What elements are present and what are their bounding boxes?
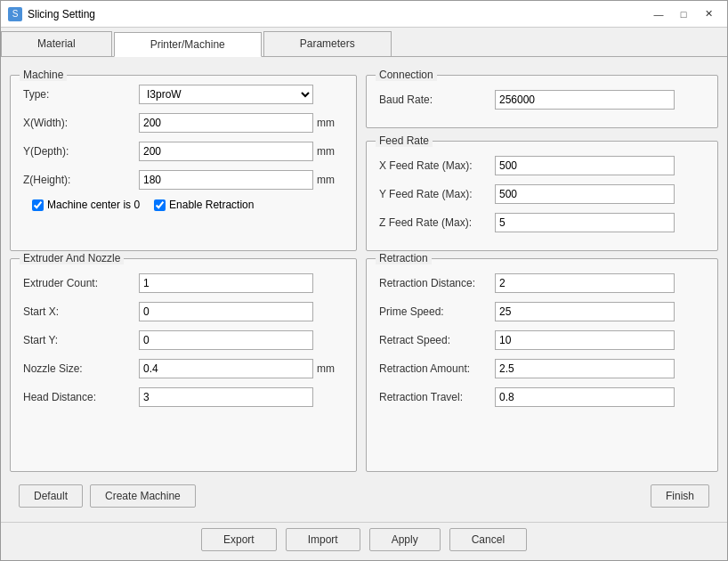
head-distance-input[interactable] — [139, 387, 313, 407]
xfeedrate-input[interactable] — [495, 156, 675, 175]
prime-speed-row: Prime Speed: — [379, 302, 705, 321]
yfeedrate-input[interactable] — [495, 184, 675, 204]
top-panels: Machine Type: I3proW X(Width): mm — [10, 75, 718, 251]
zheight-row: Z(Height): mm — [23, 170, 344, 190]
zfeedrate-label: Z Feed Rate (Max): — [379, 216, 495, 229]
yfeedrate-row: Y Feed Rate (Max): — [379, 184, 705, 204]
type-select[interactable]: I3proW — [139, 85, 313, 104]
connection-panel: Connection Baud Rate: — [366, 75, 718, 128]
xfeedrate-row: X Feed Rate (Max): — [379, 156, 705, 175]
start-y-input[interactable] — [139, 330, 313, 350]
maximize-button[interactable]: □ — [672, 5, 695, 23]
extruder-panel-title: Extruder And Nozzle — [20, 252, 124, 264]
right-top-section: Connection Baud Rate: Feed Rate X Feed R… — [366, 75, 718, 251]
ydepth-unit: mm — [317, 145, 344, 158]
tab-material[interactable]: Material — [1, 31, 112, 56]
ydepth-input[interactable] — [139, 142, 313, 161]
nozzle-size-unit: mm — [317, 362, 344, 375]
minimize-button[interactable]: — — [647, 5, 670, 23]
xfeedrate-label: X Feed Rate (Max): — [379, 159, 495, 172]
nozzle-size-input[interactable] — [139, 359, 313, 378]
nozzle-size-label: Nozzle Size: — [23, 362, 139, 375]
close-button[interactable]: ✕ — [697, 5, 720, 23]
xwidth-unit: mm — [317, 117, 344, 129]
xwidth-label: X(Width): — [23, 117, 139, 129]
prime-speed-input[interactable] — [495, 302, 675, 321]
zfeedrate-row: Z Feed Rate (Max): — [379, 213, 705, 232]
enable-retraction-label: Enable Retraction — [169, 199, 254, 211]
baud-rate-row: Baud Rate: — [379, 90, 705, 110]
type-row: Type: I3proW — [23, 85, 344, 104]
import-button[interactable]: Import — [286, 528, 360, 551]
xwidth-input[interactable] — [139, 113, 313, 133]
tab-bar: Material Printer/Machine Parameters — [1, 28, 727, 57]
title-bar: S Slicing Setting — □ ✕ — [1, 1, 727, 28]
baud-rate-input[interactable] — [495, 90, 675, 110]
action-buttons: Default Create Machine Finish — [10, 479, 718, 513]
start-y-row: Start Y: — [23, 330, 344, 350]
zheight-input[interactable] — [139, 170, 313, 190]
ydepth-row: Y(Depth): mm — [23, 142, 344, 161]
ydepth-label: Y(Depth): — [23, 145, 139, 158]
main-window: S Slicing Setting — □ ✕ Material Printer… — [0, 0, 728, 561]
xwidth-row: X(Width): mm — [23, 113, 344, 133]
tab-printer[interactable]: Printer/Machine — [114, 32, 262, 57]
machine-panel-title: Machine — [20, 69, 67, 81]
tab-parameters[interactable]: Parameters — [263, 31, 392, 56]
retraction-amount-row: Retraction Amount: — [379, 359, 705, 378]
window-title: Slicing Setting — [28, 8, 647, 20]
prime-speed-label: Prime Speed: — [379, 305, 495, 318]
retraction-travel-row: Retraction Travel: — [379, 387, 705, 407]
retraction-distance-label: Retraction Distance: — [379, 277, 495, 289]
machine-checkboxes: Machine center is 0 Enable Retraction — [32, 199, 344, 211]
enable-retraction-checkbox-item[interactable]: Enable Retraction — [154, 199, 254, 211]
enable-retraction-checkbox[interactable] — [154, 199, 166, 211]
start-x-label: Start X: — [23, 305, 139, 318]
retract-speed-label: Retract Speed: — [379, 334, 495, 346]
zfeedrate-input[interactable] — [495, 213, 675, 232]
retraction-travel-input[interactable] — [495, 387, 675, 407]
finish-button[interactable]: Finish — [651, 484, 709, 508]
footer-buttons: Export Import Apply Cancel — [1, 522, 727, 560]
retraction-amount-input[interactable] — [495, 359, 675, 378]
extruder-count-label: Extruder Count: — [23, 277, 139, 289]
default-button[interactable]: Default — [19, 484, 83, 508]
retraction-panel: Retraction Retraction Distance: Prime Sp… — [366, 258, 718, 472]
retraction-distance-row: Retraction Distance: — [379, 273, 705, 293]
start-x-row: Start X: — [23, 302, 344, 321]
baud-rate-label: Baud Rate: — [379, 94, 495, 106]
type-label: Type: — [23, 88, 139, 101]
feedrate-panel-title: Feed Rate — [376, 134, 433, 147]
app-icon: S — [8, 7, 22, 21]
start-x-input[interactable] — [139, 302, 313, 321]
machine-center-label: Machine center is 0 — [47, 199, 140, 211]
zheight-label: Z(Height): — [23, 174, 139, 186]
retraction-amount-label: Retraction Amount: — [379, 362, 495, 375]
nozzle-size-row: Nozzle Size: mm — [23, 359, 344, 378]
create-machine-button[interactable]: Create Machine — [90, 484, 196, 508]
feedrate-panel: Feed Rate X Feed Rate (Max): Y Feed Rate… — [366, 141, 718, 251]
head-distance-row: Head Distance: — [23, 387, 344, 407]
cancel-button[interactable]: Cancel — [449, 528, 527, 551]
retraction-panel-title: Retraction — [376, 252, 432, 264]
yfeedrate-label: Y Feed Rate (Max): — [379, 188, 495, 200]
retract-speed-input[interactable] — [495, 330, 675, 350]
zheight-unit: mm — [317, 174, 344, 186]
extruder-count-row: Extruder Count: — [23, 273, 344, 293]
retraction-travel-label: Retraction Travel: — [379, 391, 495, 403]
extruder-panel: Extruder And Nozzle Extruder Count: Star… — [10, 258, 357, 472]
head-distance-label: Head Distance: — [23, 391, 139, 403]
retract-speed-row: Retract Speed: — [379, 330, 705, 350]
main-content: Machine Type: I3proW X(Width): mm — [1, 57, 727, 522]
extruder-count-input[interactable] — [139, 273, 313, 293]
retraction-distance-input[interactable] — [495, 273, 675, 293]
window-controls: — □ ✕ — [647, 5, 720, 23]
machine-panel: Machine Type: I3proW X(Width): mm — [10, 75, 357, 251]
export-button[interactable]: Export — [201, 528, 277, 551]
machine-center-checkbox-item[interactable]: Machine center is 0 — [32, 199, 140, 211]
connection-panel-title: Connection — [376, 69, 437, 81]
bottom-panels: Extruder And Nozzle Extruder Count: Star… — [10, 258, 718, 472]
apply-button[interactable]: Apply — [369, 528, 441, 551]
start-y-label: Start Y: — [23, 334, 139, 346]
machine-center-checkbox[interactable] — [32, 199, 44, 211]
